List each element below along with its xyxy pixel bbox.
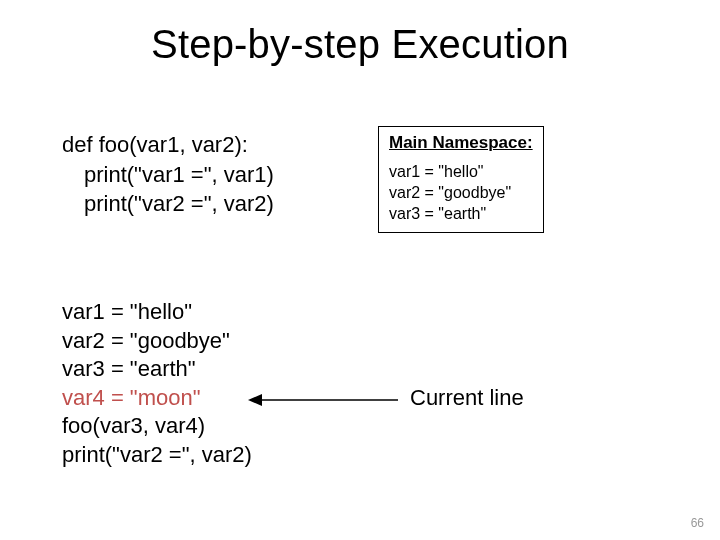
code-block-function: def foo(var1, var2): print("var1 =", var… bbox=[62, 130, 274, 219]
code-line: var3 = "earth" bbox=[62, 355, 252, 384]
code-block-main: var1 = "hello" var2 = "goodbye" var3 = "… bbox=[62, 298, 252, 470]
namespace-entry: var3 = "earth" bbox=[389, 204, 533, 225]
code-line: print("var2 =", var2) bbox=[62, 441, 252, 470]
code-line: var2 = "goodbye" bbox=[62, 327, 252, 356]
namespace-entry: var2 = "goodbye" bbox=[389, 183, 533, 204]
code-line: def foo(var1, var2): bbox=[62, 130, 274, 160]
namespace-box: Main Namespace: var1 = "hello" var2 = "g… bbox=[378, 126, 544, 233]
code-line: print("var2 =", var2) bbox=[62, 189, 274, 219]
code-line: print("var1 =", var1) bbox=[62, 160, 274, 190]
svg-marker-1 bbox=[248, 394, 262, 406]
code-line: foo(var3, var4) bbox=[62, 412, 252, 441]
page-number: 66 bbox=[691, 516, 704, 530]
slide-title: Step-by-step Execution bbox=[0, 22, 720, 67]
namespace-heading: Main Namespace: bbox=[389, 133, 533, 153]
namespace-entry: var1 = "hello" bbox=[389, 162, 533, 183]
current-line-arrow bbox=[248, 390, 398, 410]
current-line-label: Current line bbox=[410, 385, 524, 411]
code-line: var1 = "hello" bbox=[62, 298, 252, 327]
code-line-current: var4 = "moon" bbox=[62, 384, 252, 413]
